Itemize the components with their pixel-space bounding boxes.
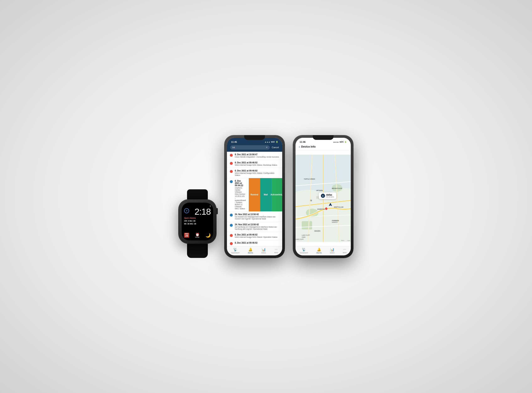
watch-day-badge: WED 29	[184, 233, 189, 238]
status-icon: 📊	[262, 247, 266, 251]
alarm-date-1: 8. Dec 2021 at 10:58:47	[235, 153, 279, 156]
alarm-dot-red-7	[230, 234, 233, 237]
alarm-text-1: 8. Dec 2021 at 10:58:47 Cisco Meraki Int…	[235, 153, 279, 158]
svg-text:LAKE CLIFF: LAKE CLIFF	[296, 239, 304, 240]
watch-alarms-title: Open Alarms	[184, 217, 211, 219]
watch-date: 29	[185, 234, 188, 237]
svg-text:LAKE CLIFF: LAKE CLIFF	[302, 234, 310, 236]
alarm-text-8: 6. Dec 2021 at 09:46:02	[235, 242, 279, 244]
alarm-item-1[interactable]: 8. Dec 2021 at 10:58:47 Cisco Meraki Int…	[227, 152, 282, 160]
alarm-date-5: 24. Nov 2021 at 13:50:42	[235, 213, 279, 216]
alarm-text-7: 6. Dec 2021 at 09:46:02 NSG-Internet Nua…	[235, 234, 279, 238]
alarm-item-7[interactable]: 6. Dec 2021 at 09:46:02 NSG-Internet Nua…	[227, 232, 282, 240]
stablenet-icon: 📡	[233, 247, 237, 251]
tab-stablenet[interactable]: 📡 StableNet®	[231, 247, 240, 254]
device-nav-icon: ▲	[321, 194, 325, 198]
wifi-icon: WiFi	[271, 141, 275, 143]
alarm-text-3: 6. Dec 2021 at 09:46:02 NSG-Internet Nua…	[235, 170, 279, 176]
phone1-search-bar: Int ✕ Cancel	[227, 144, 282, 152]
tab-more-label: More	[274, 252, 278, 254]
tab-alarms[interactable]: 🔔 Alarms	[248, 247, 253, 254]
alarm-dot-blue-5	[230, 214, 233, 216]
alarm-item-8[interactable]: 6. Dec 2021 at 09:46:02	[227, 240, 282, 246]
phone2-screen: 11:46 ▲▲▲ WiFi 🔋 ‹ Device Info	[296, 138, 351, 255]
alarm-dot-red-3	[230, 170, 233, 173]
search-input[interactable]: Int ✕	[230, 145, 270, 150]
back-button[interactable]: ‹	[299, 145, 300, 149]
watch-stats-mi-mg: MI: 36 MG: 39	[184, 223, 211, 225]
svg-text:TURTLE CREEK: TURTLE CREEK	[304, 178, 315, 180]
alarm-desc-2: NSG-Internet Nuage NSG Status: Bootstrap…	[235, 164, 279, 166]
tab-more[interactable]: ··· More	[274, 247, 278, 254]
apple-watch: ● ⊕ 2:18 Open Alarms CR: 0 MJ: 30 MI: 36…	[179, 189, 216, 258]
alarm-desc-7: NSG-Internet Nuage NSG Status: Operation…	[235, 236, 279, 238]
alarm-desc-6: sw-hamburg ACI Management Interface Stat…	[235, 226, 279, 230]
scene: ● ⊕ 2:18 Open Alarms CR: 0 MJ: 30 MI: 36…	[166, 123, 366, 270]
device-name: dallas	[326, 194, 334, 196]
svg-text:PARK: PARK	[302, 236, 306, 238]
alarm-item-5[interactable]: 24. Nov 2021 at 13:50:42 sw-munich ACI M…	[227, 211, 282, 222]
phone2-status-icons: ▲▲▲ WiFi 🔋	[333, 141, 347, 143]
search-clear-icon[interactable]: ✕	[266, 146, 268, 149]
cancel-button[interactable]: Cancel	[272, 146, 279, 149]
p2-more-icon: ···	[343, 247, 346, 251]
phone2-frame: 11:46 ▲▲▲ WiFi 🔋 ‹ Device Info	[293, 135, 353, 258]
alarm-dot-red	[230, 154, 233, 157]
p2-tab-more-label: More	[343, 252, 347, 254]
p2-status-icon: 📊	[330, 247, 334, 251]
phone1: 11:45 ▲▲▲ WiFi 🔋 Int ✕ Cancel	[225, 135, 285, 258]
battery-icon: 🔋	[276, 141, 278, 143]
search-value: Int	[232, 146, 235, 149]
svg-text:Legal: Legal	[347, 240, 350, 241]
p2-tab-more[interactable]: ··· More	[343, 247, 347, 254]
watch-stats-cr-mj: CR: 0 MJ: 30	[184, 220, 211, 222]
alarm-date-8: 6. Dec 2021 at 09:46:02	[235, 242, 279, 244]
watch-compass-icon: ⊕	[184, 208, 189, 213]
alarm-dot-red-2	[230, 162, 233, 165]
remind-button[interactable]: Remind	[249, 178, 260, 211]
tab-status-label: Status	[261, 252, 266, 254]
watch-bottom-row: WED 29 ⏰ NONE 🌙	[184, 233, 211, 238]
alarm-dot-blue-4	[230, 180, 233, 183]
phone2-time: 11:46	[300, 141, 306, 143]
watch-time: 2:18	[195, 207, 211, 216]
svg-text:CEDARS: CEDARS	[314, 230, 320, 232]
signal-icon: ▲▲▲	[264, 141, 270, 143]
svg-text:Maps: Maps	[341, 240, 344, 241]
alarm-item-3[interactable]: 6. Dec 2021 at 09:46:02 NSG-Internet Nua…	[227, 168, 282, 178]
alarm-dot-blue-6	[230, 224, 233, 227]
watch-screen: ● ⊕ 2:18 Open Alarms CR: 0 MJ: 30 MI: 36…	[182, 203, 213, 241]
svg-point-32	[325, 207, 328, 210]
p2-tab-alarms[interactable]: 🔔 Alarms	[317, 247, 322, 254]
alarm-text-4: 6. Dec 2021 at 09:44:22 vSphere-Center V…	[235, 180, 246, 210]
alarm-text-6: 24. Nov 2021 at 13:50:42 sw-hamburg ACI …	[235, 223, 279, 230]
watch-moon-icon: 🌙	[205, 233, 211, 238]
mail-button[interactable]: Mail	[260, 178, 272, 211]
alarm-item-2[interactable]: 6. Dec 2021 at 09:46:02 NSG-Internet Nua…	[227, 160, 282, 168]
phone1-status-bar: 11:45 ▲▲▲ WiFi 🔋	[227, 138, 282, 144]
alarm-date-2: 6. Dec 2021 at 09:46:02	[235, 162, 279, 164]
more-icon: ···	[275, 247, 278, 251]
acknowledge-button[interactable]: Acknowledge	[272, 178, 282, 211]
alarm-item-4-swipe[interactable]: 6. Dec 2021 at 09:44:22 vSphere-Center V…	[227, 178, 282, 211]
alarm-date-7: 6. Dec 2021 at 09:46:02	[235, 234, 279, 236]
svg-text:BRYAN PLACE: BRYAN PLACE	[332, 188, 342, 189]
tab-status[interactable]: 📊 Status	[261, 247, 266, 254]
p2-signal-icon: ▲▲▲	[333, 141, 339, 143]
p2-alarms-icon: 🔔	[317, 247, 321, 251]
phone1-screen: 11:45 ▲▲▲ WiFi 🔋 Int ✕ Cancel	[227, 138, 282, 255]
map-container[interactable]: TURTLE CREEK UPTOWN BRYAN PLACE DOWNTOWN…	[296, 150, 351, 246]
phone2-nav-bar: ‹ Device Info	[296, 144, 351, 150]
p2-tab-stablenet[interactable]: 📡 StableNet®	[300, 247, 308, 254]
svg-text:MARKET: MARKET	[332, 221, 338, 223]
phone2: 11:46 ▲▲▲ WiFi 🔋 ‹ Device Info	[293, 135, 353, 258]
alarm-item-4-content: 6. Dec 2021 at 09:44:22 vSphere-Center V…	[227, 178, 249, 211]
alarm-item-6[interactable]: 24. Nov 2021 at 13:50:42 sw-hamburg ACI …	[227, 222, 282, 232]
device-popup: ▲ dallas 10.10.20.1	[319, 192, 336, 199]
watch-body: ● ⊕ 2:18 Open Alarms CR: 0 MJ: 30 MI: 36…	[179, 200, 216, 243]
svg-rect-3	[302, 221, 312, 229]
p2-tab-status[interactable]: 📊 Status	[330, 247, 335, 254]
phone1-frame: 11:45 ▲▲▲ WiFi 🔋 Int ✕ Cancel	[225, 135, 285, 258]
alarm-date-4: 6. Dec 2021 at 09:44:22	[235, 180, 246, 187]
p2-wifi-icon: WiFi	[340, 141, 343, 143]
